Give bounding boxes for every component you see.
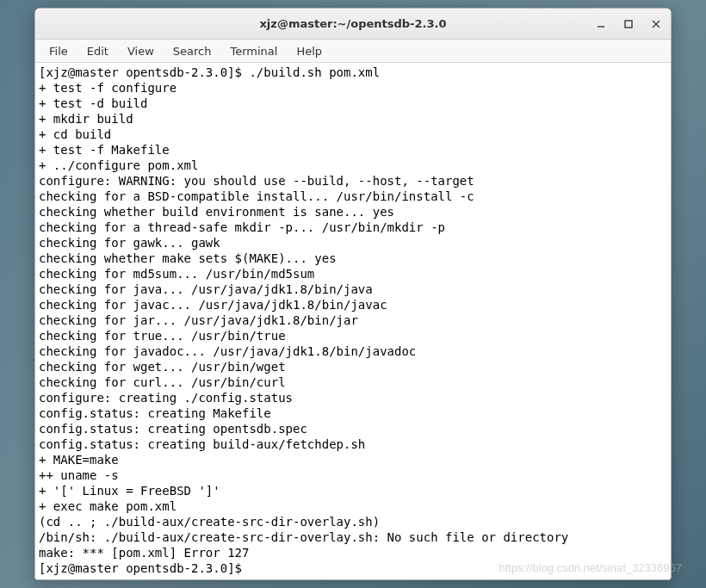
menu-search[interactable]: Search (164, 42, 220, 60)
terminal-line: make: *** [pom.xml] Error 127 (39, 545, 667, 560)
terminal-line: checking for java... /usr/java/jdk1.8/bi… (39, 282, 667, 297)
terminal-line: config.status: creating opentsdb.spec (39, 421, 667, 436)
svg-rect-1 (625, 21, 632, 28)
terminal-line: (cd .. ; ./build-aux/create-src-dir-over… (39, 514, 667, 529)
menu-file[interactable]: File (40, 42, 77, 60)
terminal-line: config.status: creating Makefile (39, 405, 667, 421)
terminal-line: [xjz@master opentsdb-2.3.0]$ ./build.sh … (39, 65, 667, 80)
terminal-line: configure: WARNING: you should use --bui… (39, 173, 667, 189)
terminal-line: + test -d build (39, 96, 667, 111)
terminal-line: checking for md5sum... /usr/bin/md5sum (39, 266, 667, 282)
menubar: File Edit View Search Terminal Help (35, 40, 671, 63)
terminal-line: + MAKE=make (39, 452, 667, 467)
minimize-button[interactable] (593, 16, 609, 32)
terminal-line: configure: creating ./config.status (39, 390, 667, 405)
terminal-line: checking for javac... /usr/java/jdk1.8/b… (39, 297, 667, 313)
menu-view[interactable]: View (119, 42, 163, 60)
terminal-line: ++ uname -s (39, 467, 667, 483)
terminal-line: checking whether make sets $(MAKE)... ye… (39, 251, 667, 266)
terminal-line: + mkdir build (39, 111, 667, 127)
terminal-window: xjz@master:~/opentsdb-2.3.0 File Edit Vi… (34, 8, 672, 580)
terminal-line: + exec make pom.xml (39, 498, 667, 514)
terminal-line: + test -f Makefile (39, 142, 667, 158)
terminal-line: + ../configure pom.xml (39, 158, 667, 173)
terminal-line: [xjz@master opentsdb-2.3.0]$ (39, 560, 667, 576)
maximize-icon (623, 19, 634, 29)
terminal-output[interactable]: [xjz@master opentsdb-2.3.0]$ ./build.sh … (35, 63, 671, 579)
maximize-button[interactable] (621, 16, 636, 32)
terminal-line: checking for a BSD-compatible install...… (39, 189, 667, 204)
window-controls (593, 9, 664, 39)
terminal-line: checking for curl... /usr/bin/curl (39, 374, 667, 390)
terminal-line: checking for a thread-safe mkdir -p... /… (39, 220, 667, 235)
close-button[interactable] (648, 16, 664, 32)
menu-help[interactable]: Help (288, 42, 331, 60)
terminal-line: checking for jar... /usr/java/jdk1.8/bin… (39, 313, 667, 328)
terminal-line: + test -f configure (39, 80, 667, 96)
menu-terminal[interactable]: Terminal (221, 42, 286, 60)
titlebar: xjz@master:~/opentsdb-2.3.0 (35, 9, 671, 40)
terminal-line: + cd build (39, 127, 667, 142)
terminal-line: config.status: creating build-aux/fetchd… (39, 436, 667, 452)
terminal-line: /bin/sh: ./build-aux/create-src-dir-over… (39, 529, 667, 545)
menu-edit[interactable]: Edit (78, 42, 117, 60)
terminal-line: checking for javadoc... /usr/java/jdk1.8… (39, 344, 667, 359)
terminal-line: + '[' Linux = FreeBSD ']' (39, 483, 667, 498)
terminal-line: checking for gawk... gawk (39, 235, 667, 251)
terminal-line: checking for true... /usr/bin/true (39, 328, 667, 344)
terminal-line: checking whether build environment is sa… (39, 204, 667, 220)
terminal-line: checking for wget... /usr/bin/wget (39, 359, 667, 374)
minimize-icon (596, 19, 606, 29)
close-icon (651, 19, 661, 29)
window-title: xjz@master:~/opentsdb-2.3.0 (259, 17, 446, 30)
